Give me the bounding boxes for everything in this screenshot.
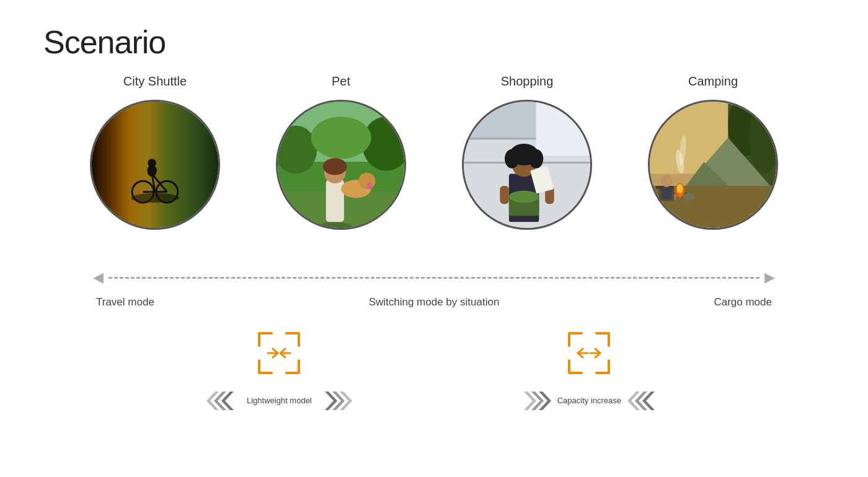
scenario-label-shopping: Shopping <box>501 74 554 89</box>
scenario-pet: Pet <box>248 74 434 230</box>
lightweight-chevrons-group: Lightweight model <box>206 392 352 410</box>
scenario-image-pet <box>276 100 406 230</box>
contract-bracket-icon <box>254 328 304 380</box>
scenario-image-camping <box>648 100 778 230</box>
svg-point-23 <box>358 173 375 190</box>
capacity-indicator: Capacity increase <box>517 328 662 410</box>
switching-mode-label: Switching mode by situation <box>369 296 500 309</box>
scenario-label-camping: Camping <box>688 74 738 89</box>
mode-labels-row: Travel mode Switching mode by situation … <box>0 296 868 309</box>
svg-rect-38 <box>500 186 509 204</box>
svg-point-37 <box>509 191 539 203</box>
right-chevrons-icon <box>206 392 241 410</box>
scenario-label-pet: Pet <box>332 74 350 89</box>
svg-rect-60 <box>662 187 671 199</box>
scenarios-row: City Shuttle <box>0 74 868 230</box>
switching-indicators: Lightweight model <box>0 328 868 410</box>
svg-point-54 <box>677 184 683 194</box>
cargo-mode-label: Cargo mode <box>714 296 772 309</box>
left-chevrons-icon <box>318 392 352 410</box>
arrow-right-icon: ▶ <box>764 269 775 286</box>
page-title: Scenario <box>43 24 166 61</box>
arrow-left-icon: ◀ <box>93 269 104 286</box>
capacity-label: Capacity increase <box>557 395 621 406</box>
svg-point-10 <box>148 159 156 167</box>
lightweight-label: Lightweight model <box>247 395 312 406</box>
expand-bracket-icon <box>564 328 614 380</box>
svg-point-59 <box>660 175 672 187</box>
svg-point-35 <box>529 149 543 168</box>
scenario-image-city-shuttle <box>90 100 220 230</box>
svg-point-34 <box>505 149 519 168</box>
mode-arrow-row: ◀ ▶ <box>0 269 868 286</box>
lightweight-indicator: Lightweight model <box>206 328 352 410</box>
svg-rect-30 <box>536 102 590 155</box>
scenario-image-shopping <box>462 100 592 230</box>
scenario-shopping: Shopping <box>434 74 620 230</box>
right-chevrons-capacity-icon <box>627 392 662 410</box>
scenario-label-city-shuttle: City Shuttle <box>123 74 187 89</box>
svg-rect-19 <box>326 180 344 222</box>
left-chevrons-capacity-icon <box>517 392 551 410</box>
svg-point-21 <box>323 158 347 175</box>
svg-point-24 <box>367 182 372 190</box>
capacity-chevrons-group: Capacity increase <box>517 392 662 410</box>
svg-point-16 <box>311 116 371 159</box>
svg-point-56 <box>683 193 694 201</box>
scenario-camping: Camping <box>620 74 806 230</box>
scenario-city-shuttle: City Shuttle <box>62 74 248 230</box>
travel-mode-label: Travel mode <box>96 296 154 309</box>
dashed-line <box>108 277 760 279</box>
